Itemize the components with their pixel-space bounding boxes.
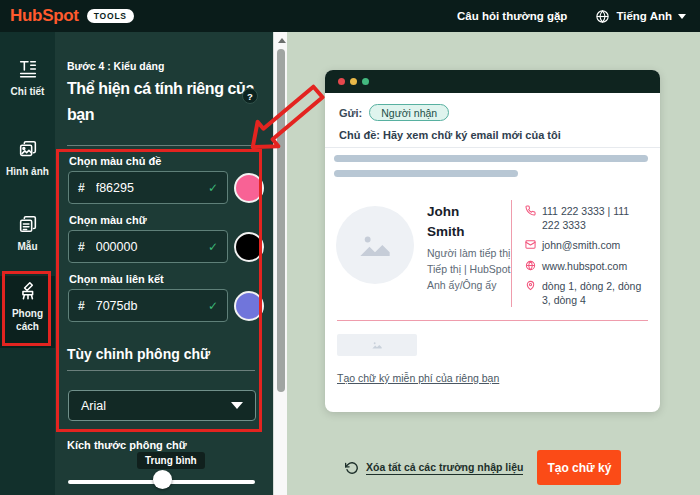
contact-website: www.hubspot.com <box>542 259 627 273</box>
photo-placeholder-icon <box>353 223 397 267</box>
contact-website-row: www.hubspot.com <box>525 259 649 273</box>
banner-image-placeholder <box>337 334 417 356</box>
contact-email-row: john@smith.com <box>525 238 649 252</box>
scrollbar-up-arrow[interactable] <box>278 38 286 43</box>
placeholder-text-bar <box>334 155 648 162</box>
font-size-label: Kích thước phông chữ <box>67 439 187 451</box>
signature-job-title: Người làm tiếp thị <box>427 246 513 262</box>
clear-fields-label: Xóa tất cả các trường nhập liệu <box>366 461 523 475</box>
language-label: Tiếng Anh <box>616 10 672 22</box>
contact-phone-row: 111 222 3333 | 111 222 3333 <box>525 204 649 232</box>
preview-panel: Gửi: Người nhận Chủ đề: Hãy xem chữ ký e… <box>287 32 700 495</box>
signature-pronouns: Anh ấy/Ông ấy <box>427 278 513 294</box>
globe-icon <box>525 260 536 271</box>
theme-color-input[interactable] <box>96 181 208 195</box>
contact-phone: 111 222 3333 | 111 222 3333 <box>542 204 649 232</box>
text-color-input-wrap: # ✓ <box>68 230 228 263</box>
contact-email: john@smith.com <box>542 238 620 252</box>
font-family-value: Arial <box>81 399 106 413</box>
check-icon: ✓ <box>208 240 218 254</box>
contact-column: 111 222 3333 | 111 222 3333 john@smith.c… <box>525 204 649 307</box>
signature-horizontal-divider <box>337 320 648 321</box>
chevron-down-icon <box>678 14 686 19</box>
font-size-tooltip: Trung bình <box>137 452 205 469</box>
theme-color-label: Chọn màu chủ đề <box>69 155 161 167</box>
avatar <box>336 206 414 284</box>
sidebar-item-label: Chi tiết <box>0 85 55 98</box>
divider <box>325 147 660 148</box>
font-size-slider-thumb[interactable] <box>153 470 172 489</box>
tools-badge: TOOLS <box>87 9 134 23</box>
globe-icon <box>595 9 610 24</box>
step-label: Bước 4 : Kiểu dáng <box>67 60 164 72</box>
chevron-down-icon <box>231 402 243 409</box>
topbar: HubSpot TOOLS Câu hỏi thường gặp Tiếng A… <box>0 0 700 32</box>
mail-icon <box>525 239 536 250</box>
page-title: Thể hiện cá tính riêng của bạn <box>67 76 267 127</box>
email-preview-card: Gửi: Người nhận Chủ đề: Hãy xem chữ ký e… <box>325 70 660 412</box>
sidebar-item-style-active[interactable]: Phong cách <box>0 276 55 348</box>
to-label: Gửi: <box>339 107 362 119</box>
location-pin-icon <box>525 280 536 291</box>
sidebar-item-details[interactable]: Chi tiết <box>0 54 55 126</box>
contact-address-row: dòng 1, dòng 2, dòng 3, dòng 4 <box>525 279 649 307</box>
panel-scrollbar <box>273 32 287 495</box>
signature-department: Tiếp thị | HubSpot <box>427 262 513 278</box>
check-icon: ✓ <box>208 181 218 195</box>
create-signature-button[interactable]: Tạo chữ ký <box>537 450 621 485</box>
email-to-row: Gửi: Người nhận <box>339 104 449 121</box>
help-badge[interactable]: ? <box>242 88 258 104</box>
hash-prefix: # <box>78 299 85 313</box>
image-icon <box>17 138 39 160</box>
faq-link[interactable]: Câu hỏi thường gặp <box>457 10 567 22</box>
sidebar-item-label: Phong cách <box>0 307 55 333</box>
link-color-label: Chọn màu liên kết <box>69 273 164 285</box>
signature-vertical-divider <box>511 200 512 307</box>
step-sidebar: Chi tiết Hình ảnh Mẫu Phong c <box>0 32 55 495</box>
style-panel: Bước 4 : Kiểu dáng Thể hiện cá tính riên… <box>55 32 273 495</box>
signature-name: John Smith <box>427 202 491 243</box>
phone-icon <box>525 205 536 216</box>
font-section-title: Tùy chỉnh phông chữ <box>67 346 210 362</box>
photo-placeholder-icon <box>369 338 385 352</box>
template-icon <box>17 213 39 235</box>
preview-footer: Xóa tất cả các trường nhập liệu Tạo chữ … <box>345 450 621 485</box>
create-own-signature-link[interactable]: Tạo chữ ký miễn phí của riêng bạn <box>337 372 499 384</box>
link-color-swatch[interactable] <box>234 291 264 321</box>
window-dot-yellow <box>350 78 357 85</box>
text-color-swatch[interactable] <box>234 232 264 262</box>
paintbrush-icon <box>17 280 39 302</box>
contact-address: dòng 1, dòng 2, dòng 3, dòng 4 <box>542 279 649 307</box>
hash-prefix: # <box>78 181 85 195</box>
recipient-pill: Người nhận <box>369 104 449 121</box>
text-details-icon <box>17 58 39 80</box>
clear-fields-button[interactable]: Xóa tất cả các trường nhập liệu <box>345 461 523 475</box>
check-icon: ✓ <box>208 299 218 313</box>
hubspot-logo: HubSpot <box>10 6 79 26</box>
placeholder-text-bar <box>334 170 518 177</box>
text-color-input[interactable] <box>96 240 208 254</box>
signature-meta: Người làm tiếp thị Tiếp thị | HubSpot An… <box>427 246 513 293</box>
hash-prefix: # <box>78 240 85 254</box>
logo-group: HubSpot TOOLS <box>10 6 134 26</box>
divider <box>67 145 257 146</box>
refresh-icon <box>345 461 359 475</box>
topbar-right: Câu hỏi thường gặp Tiếng Anh <box>457 9 686 24</box>
hubspot-signature-generator: HubSpot TOOLS Câu hỏi thường gặp Tiếng A… <box>0 0 700 495</box>
language-selector[interactable]: Tiếng Anh <box>595 9 686 24</box>
scrollbar-thumb[interactable] <box>277 49 285 392</box>
sidebar-item-images[interactable]: Hình ảnh <box>0 134 55 206</box>
theme-color-swatch[interactable] <box>234 173 264 203</box>
divider <box>67 370 255 371</box>
sidebar-item-label: Hình ảnh <box>0 165 55 178</box>
link-color-input-wrap: # ✓ <box>68 289 228 322</box>
font-family-select[interactable]: Arial <box>68 390 256 421</box>
window-dot-green <box>362 78 369 85</box>
sidebar-item-label: Mẫu <box>0 240 55 253</box>
sidebar-item-templates[interactable]: Mẫu <box>0 209 55 279</box>
window-dot-red <box>338 78 345 85</box>
browser-window-bar <box>325 70 660 93</box>
link-color-input[interactable] <box>96 299 208 313</box>
text-color-label: Chọn màu chữ <box>69 214 147 226</box>
email-subject: Chủ đề: Hãy xem chữ ký email mới của tôi <box>339 129 561 141</box>
